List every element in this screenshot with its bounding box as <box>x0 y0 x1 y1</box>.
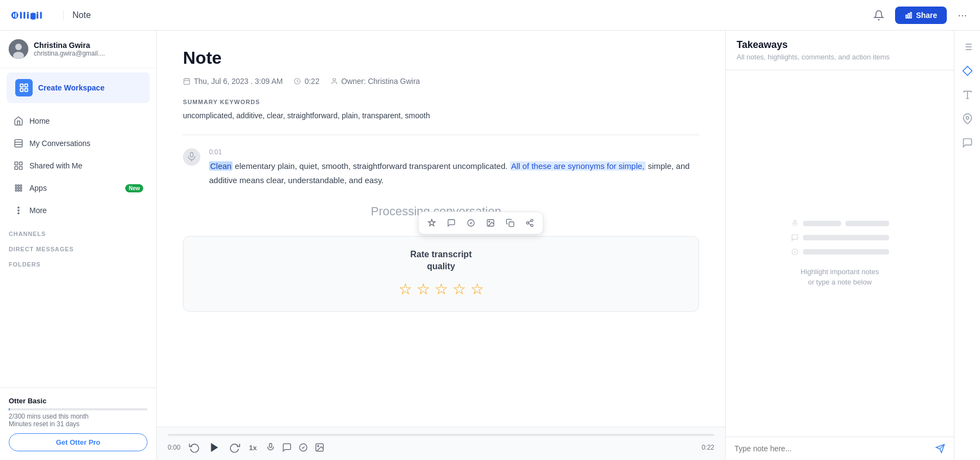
summary-label: SUMMARY KEYWORDS <box>183 99 699 105</box>
sidebar-item-home[interactable]: Home <box>4 110 152 132</box>
player-image-button[interactable] <box>315 443 324 452</box>
player-check-button[interactable] <box>298 443 308 452</box>
sidebar-item-shared-with-me[interactable]: Shared with Me <box>4 155 152 177</box>
svg-point-37 <box>18 213 19 214</box>
highlighted-sentence: All of these are synonyms for simple, <box>510 161 646 171</box>
takeaways-header: Takeaways All notes, highlights, comment… <box>726 31 954 70</box>
svg-point-8 <box>36 11 38 13</box>
main-layout: Christina Gwira christina.gwira@gmail...… <box>0 31 980 460</box>
star-2[interactable]: ☆ <box>416 280 430 298</box>
svg-point-32 <box>15 190 17 191</box>
star-1[interactable]: ☆ <box>399 280 412 298</box>
diamond-icon <box>962 65 973 76</box>
takeaways-subtitle: All notes, highlights, comments, and act… <box>737 53 943 61</box>
more-label: More <box>29 206 143 215</box>
toolbar-share-button[interactable] <box>522 215 537 231</box>
svg-line-53 <box>529 221 531 222</box>
rs-list-button[interactable] <box>958 37 977 57</box>
reset-text: Minutes reset in 31 days <box>9 420 148 428</box>
main-content: Note Thu, Jul 6, 2023 . 3:09 AM <box>157 31 725 460</box>
toolbar-image-button[interactable] <box>483 215 498 231</box>
sidebar-item-apps[interactable]: Apps New <box>4 177 152 199</box>
avatar <box>9 39 28 59</box>
svg-point-43 <box>333 78 335 81</box>
svg-point-33 <box>18 190 20 191</box>
time-end: 0:22 <box>702 444 714 451</box>
svg-point-28 <box>20 185 22 186</box>
transcript-entry: 0:01 Clean elementary plain, quiet, smoo… <box>183 148 699 187</box>
rs-pin-button[interactable] <box>958 109 977 129</box>
toolbar-comment-button[interactable] <box>444 215 459 231</box>
placeholder-items <box>791 220 889 256</box>
folders-section-header: FOLDERS <box>0 255 156 270</box>
note-input[interactable] <box>734 444 931 453</box>
star-4[interactable]: ☆ <box>452 280 466 298</box>
share-button[interactable]: Share <box>895 7 947 24</box>
svg-rect-3 <box>20 11 22 19</box>
placeholder-check-icon <box>791 248 799 256</box>
sidebar-item-more[interactable]: More <box>4 199 152 221</box>
placeholder-pin-icon <box>791 220 799 227</box>
note-meta: Thu, Jul 6, 2023 . 3:09 AM 0:22 Owner: C… <box>183 77 699 86</box>
player-pin-button[interactable] <box>266 443 275 452</box>
svg-point-49 <box>531 219 533 221</box>
toolbar-copy-button[interactable] <box>503 215 518 231</box>
note-title: Note <box>183 48 699 68</box>
rs-diamond-button[interactable] <box>958 61 977 81</box>
plan-name: Otter Basic <box>9 397 148 405</box>
speed-button[interactable]: 1x <box>249 444 256 452</box>
topbar-title: Note <box>63 10 91 20</box>
skip-back-button[interactable] <box>189 442 200 453</box>
play-button[interactable] <box>209 441 220 453</box>
star-rating[interactable]: ☆ ☆ ☆ ☆ ☆ <box>197 280 685 298</box>
svg-rect-17 <box>20 89 23 92</box>
more-options-button[interactable]: ··· <box>953 4 971 26</box>
toolbar-pin-button[interactable] <box>424 215 439 231</box>
svg-rect-25 <box>20 167 22 170</box>
rs-text-button[interactable] <box>958 85 977 105</box>
usage-bar-fill <box>9 408 10 410</box>
player-comment-button[interactable] <box>282 443 292 452</box>
placeholder-comment-icon <box>791 234 799 241</box>
svg-rect-9 <box>40 11 42 19</box>
svg-point-50 <box>526 222 529 224</box>
svg-point-57 <box>317 445 318 446</box>
create-workspace-button[interactable]: Create Workspace <box>7 72 150 103</box>
toolbar-check-button[interactable] <box>463 215 479 231</box>
svg-rect-19 <box>15 140 22 147</box>
svg-point-26 <box>15 185 17 186</box>
highlighted-word: Clean <box>209 161 232 171</box>
my-conversations-label: My Conversations <box>29 139 143 148</box>
rs-comment-button[interactable] <box>958 133 977 153</box>
sidebar-item-my-conversations[interactable]: My Conversations <box>4 132 152 154</box>
progress-bar[interactable] <box>168 434 714 436</box>
transcript-speaker-avatar <box>183 148 200 166</box>
apps-new-badge: New <box>125 184 143 192</box>
star-3[interactable]: ☆ <box>434 280 448 298</box>
more-icon <box>13 205 24 216</box>
direct-messages-section-header: DIRECT MESSAGES <box>0 239 156 255</box>
skip-forward-button[interactable] <box>229 442 240 453</box>
nav-section: Home My Conversations <box>0 107 156 224</box>
svg-rect-38 <box>184 78 190 84</box>
svg-point-29 <box>15 187 17 189</box>
placeholder-row-1 <box>791 220 889 227</box>
pin-icon <box>962 113 973 124</box>
svg-point-35 <box>18 207 19 208</box>
svg-point-0 <box>11 11 19 19</box>
notifications-button[interactable] <box>869 5 889 25</box>
svg-rect-5 <box>27 13 29 19</box>
get-pro-button[interactable]: Get Otter Pro <box>9 433 148 451</box>
takeaways-title: Takeaways <box>737 39 943 51</box>
star-5[interactable]: ☆ <box>470 280 484 298</box>
svg-rect-2 <box>15 13 16 18</box>
sidebar-user[interactable]: Christina Gwira christina.gwira@gmail...… <box>0 31 156 68</box>
calendar-icon <box>183 77 191 85</box>
svg-rect-4 <box>23 11 25 19</box>
transcript-text: Clean elementary plain, quiet, smooth, s… <box>209 159 699 187</box>
svg-rect-18 <box>25 89 28 92</box>
note-send-button[interactable] <box>935 444 945 453</box>
floating-toolbar <box>418 211 543 234</box>
right-panel: Takeaways All notes, highlights, comment… <box>725 31 954 460</box>
note-duration-text: 0:22 <box>304 77 319 86</box>
